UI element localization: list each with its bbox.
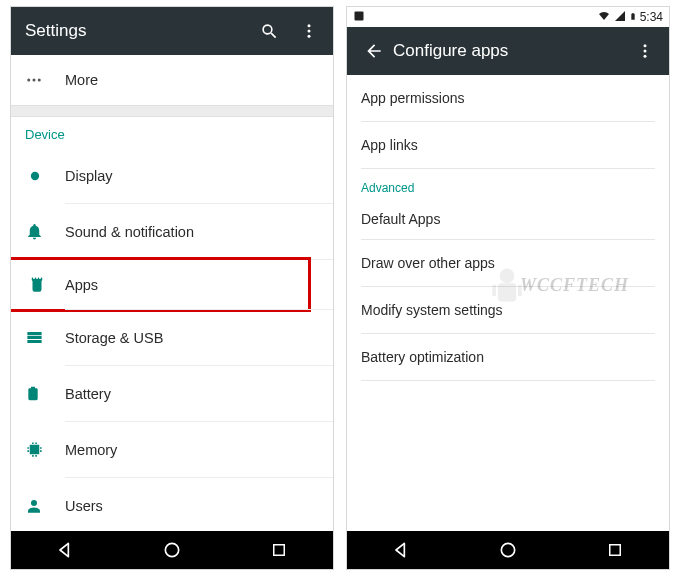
row-label: Battery <box>65 386 111 402</box>
svg-point-11 <box>644 55 647 58</box>
nav-home-icon[interactable] <box>119 540 225 560</box>
device-section-header: Device <box>11 117 333 148</box>
watermark-text: WCCFTECH <box>520 275 629 296</box>
svg-rect-7 <box>274 545 285 556</box>
svg-point-16 <box>501 543 514 556</box>
row-label: Sound & notification <box>65 224 194 240</box>
svg-point-9 <box>644 44 647 47</box>
row-app-links[interactable]: App links <box>347 122 669 168</box>
svg-point-0 <box>308 24 311 27</box>
storage-icon <box>25 328 65 347</box>
status-time: 5:34 <box>640 10 663 24</box>
svg-rect-8 <box>355 12 364 21</box>
svg-point-2 <box>308 35 311 38</box>
svg-point-3 <box>27 79 30 82</box>
svg-point-4 <box>33 79 36 82</box>
navigation-bar <box>347 531 669 569</box>
overflow-menu-icon[interactable] <box>289 11 329 51</box>
configure-list: App permissions App links Advanced Defau… <box>347 75 669 531</box>
search-icon[interactable] <box>249 11 289 51</box>
row-battery[interactable]: Battery <box>11 366 333 421</box>
battery-status-icon <box>629 10 637 25</box>
row-label: More <box>65 72 98 88</box>
toolbar-title: Configure apps <box>393 41 625 61</box>
svg-rect-14 <box>492 285 496 296</box>
bell-icon <box>25 222 65 241</box>
toolbar: Configure apps <box>347 27 669 75</box>
toolbar-title: Settings <box>25 21 249 41</box>
wifi-icon <box>597 10 611 24</box>
display-icon <box>25 166 65 186</box>
user-icon <box>25 497 65 515</box>
apps-icon <box>25 276 65 294</box>
nav-back-icon[interactable] <box>12 540 118 560</box>
settings-screen: Settings More Device Display <box>10 6 334 570</box>
row-default-apps[interactable]: Default Apps <box>347 199 669 239</box>
row-divider <box>361 380 655 381</box>
nav-back-icon[interactable] <box>348 540 454 560</box>
memory-icon <box>25 440 65 459</box>
screenshot-icon <box>353 10 365 24</box>
more-icon <box>25 71 65 89</box>
row-storage[interactable]: Storage & USB <box>11 310 333 365</box>
svg-rect-13 <box>498 283 516 301</box>
row-battery-optimization[interactable]: Battery optimization <box>347 334 669 380</box>
svg-point-5 <box>38 79 41 82</box>
row-more[interactable]: More <box>11 55 333 105</box>
row-label: Apps <box>65 277 98 293</box>
navigation-bar <box>11 531 333 569</box>
row-sound[interactable]: Sound & notification <box>11 204 333 259</box>
nav-home-icon[interactable] <box>455 540 561 560</box>
advanced-section-header: Advanced <box>347 169 669 199</box>
nav-recent-icon[interactable] <box>226 541 332 559</box>
row-display[interactable]: Display <box>11 148 333 203</box>
section-divider <box>11 105 333 117</box>
svg-point-1 <box>308 30 311 33</box>
configure-apps-screen: 5:34 Configure apps App permissions App … <box>346 6 670 570</box>
nav-recent-icon[interactable] <box>562 541 668 559</box>
toolbar: Settings <box>11 7 333 55</box>
svg-point-6 <box>165 543 178 556</box>
row-label: Display <box>65 168 113 184</box>
svg-point-12 <box>500 269 515 284</box>
battery-icon <box>25 384 65 403</box>
back-arrow-icon[interactable] <box>355 41 393 61</box>
overflow-menu-icon[interactable] <box>625 31 665 71</box>
row-memory[interactable]: Memory <box>11 422 333 477</box>
svg-point-10 <box>644 50 647 53</box>
row-label: Memory <box>65 442 117 458</box>
row-label: Users <box>65 498 103 514</box>
row-label: Storage & USB <box>65 330 163 346</box>
row-users[interactable]: Users <box>11 478 333 531</box>
signal-icon <box>614 10 626 24</box>
row-apps[interactable]: Apps <box>11 257 311 312</box>
svg-rect-17 <box>610 545 621 556</box>
settings-list: More Device Display Sound & notification <box>11 55 333 531</box>
row-app-permissions[interactable]: App permissions <box>347 75 669 121</box>
status-bar: 5:34 <box>347 7 669 27</box>
